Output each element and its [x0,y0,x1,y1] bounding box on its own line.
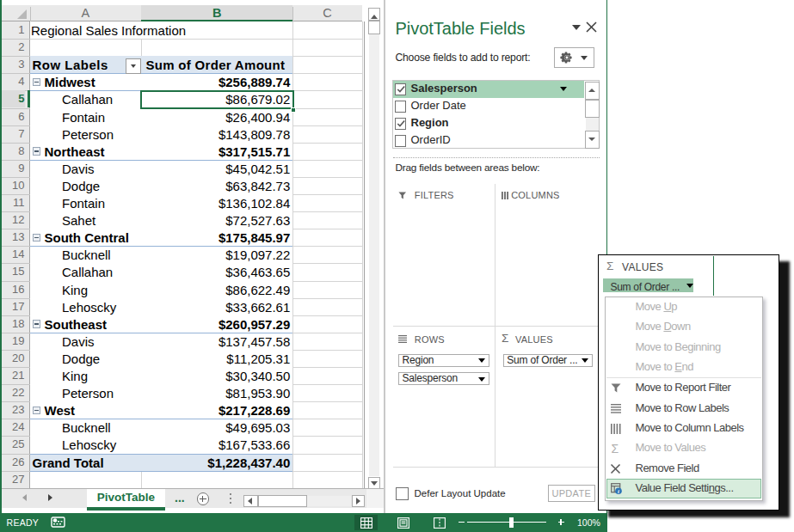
svg-text:i: i [618,488,619,494]
